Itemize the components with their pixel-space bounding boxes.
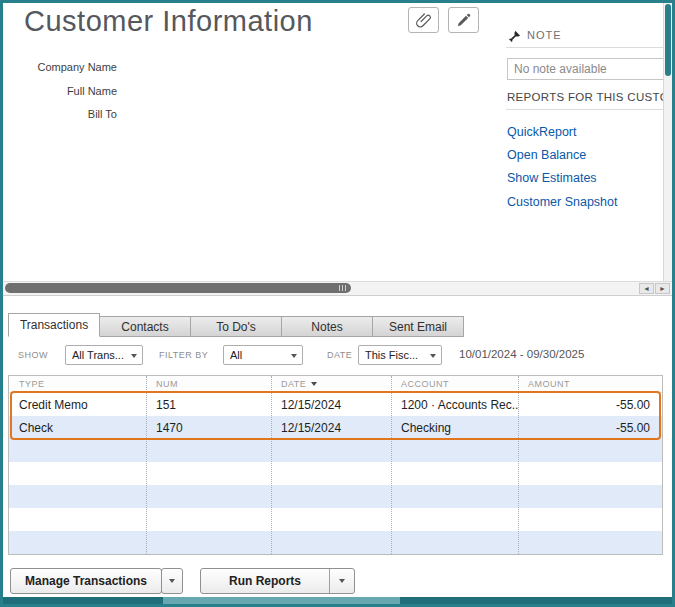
attach-button[interactable]	[408, 7, 439, 33]
tab-transactions[interactable]: Transactions	[8, 313, 100, 337]
bottom-scrollbar[interactable]	[3, 597, 672, 604]
scroll-right-button[interactable]: ►	[655, 283, 670, 294]
cell-account: Checking	[391, 416, 518, 439]
col-header-num[interactable]: NUM	[146, 376, 271, 392]
date-dropdown[interactable]: This Fisc...	[358, 345, 442, 365]
empty-row	[9, 439, 662, 462]
pushpin-icon	[508, 29, 521, 47]
note-heading: NOTE	[527, 29, 562, 41]
manage-transactions-arrow-button[interactable]	[161, 568, 183, 594]
open-balance-link[interactable]: Open Balance	[507, 148, 586, 162]
manage-transactions-button[interactable]: Manage Transactions	[10, 568, 162, 594]
vertical-scrollbar-thumb[interactable]	[665, 4, 671, 76]
horizontal-scrollbar-thumb[interactable]	[5, 283, 351, 293]
run-reports-label: Run Reports	[201, 569, 329, 593]
customer-information-window: Customer Information Company Name Full N…	[0, 0, 675, 607]
scroll-left-button[interactable]: ◄	[639, 283, 654, 294]
vertical-scrollbar[interactable]	[663, 3, 672, 281]
customer-info-panel: Customer Information Company Name Full N…	[3, 3, 663, 281]
paperclip-icon	[416, 12, 432, 28]
table-row[interactable]: Check 1470 12/15/2024 Checking -55.00	[9, 416, 662, 439]
sort-desc-icon	[311, 382, 317, 386]
cell-type: Check	[9, 416, 146, 439]
run-reports-arrow[interactable]	[329, 569, 354, 593]
empty-row	[9, 531, 662, 554]
filter-by-dropdown[interactable]: All	[223, 345, 303, 365]
transactions-table: TYPE NUM DATE ACCOUNT AMOUNT Credit Memo…	[8, 375, 663, 555]
manage-transactions-label: Manage Transactions	[25, 574, 147, 588]
date-range-text: 10/01/2024 - 09/30/2025	[459, 348, 584, 360]
chevron-down-icon	[131, 354, 137, 358]
scroll-left-icon: ◄	[643, 285, 650, 292]
cell-amount: -55.00	[518, 393, 660, 416]
pencil-icon	[456, 13, 471, 28]
col-header-date[interactable]: DATE	[271, 376, 391, 392]
note-field[interactable]: No note available	[507, 58, 663, 80]
scroll-right-icon: ►	[659, 285, 666, 292]
tab-todos[interactable]: To Do's	[190, 316, 282, 337]
cell-type: Credit Memo	[9, 393, 146, 416]
chevron-down-icon	[339, 579, 345, 583]
page-title: Customer Information	[24, 5, 313, 38]
bill-to-label: Bill To	[3, 108, 117, 120]
col-header-type[interactable]: TYPE	[9, 376, 146, 392]
date-dropdown-value: This Fisc...	[365, 349, 418, 361]
cell-date: 12/15/2024	[271, 393, 391, 416]
note-divider	[506, 47, 663, 48]
empty-row	[9, 462, 662, 485]
col-header-account[interactable]: ACCOUNT	[391, 376, 518, 392]
tab-notes[interactable]: Notes	[281, 316, 373, 337]
filter-by-label: FILTER BY	[159, 350, 208, 360]
reports-divider	[506, 109, 663, 110]
empty-row	[9, 508, 662, 531]
show-estimates-link[interactable]: Show Estimates	[507, 171, 597, 185]
cell-date: 12/15/2024	[271, 416, 391, 439]
customer-snapshot-link[interactable]: Customer Snapshot	[507, 195, 617, 209]
date-label: DATE	[327, 350, 352, 360]
tab-contacts[interactable]: Contacts	[99, 316, 191, 337]
cell-account: 1200 · Accounts Rec...	[391, 393, 518, 416]
edit-button[interactable]	[448, 7, 479, 33]
chevron-down-icon	[169, 579, 175, 583]
quickreport-link[interactable]: QuickReport	[507, 125, 576, 139]
show-dropdown[interactable]: All Trans...	[65, 345, 143, 365]
chevron-down-icon	[430, 354, 436, 358]
scrollbar-grip	[339, 285, 346, 291]
reports-heading: REPORTS FOR THIS CUSTO	[507, 91, 663, 103]
cell-num: 151	[146, 393, 271, 416]
table-header-row: TYPE NUM DATE ACCOUNT AMOUNT	[9, 376, 662, 393]
full-name-label: Full Name	[3, 85, 117, 97]
show-dropdown-value: All Trans...	[72, 349, 124, 361]
show-label: SHOW	[18, 350, 48, 360]
empty-row	[9, 485, 662, 508]
bottom-scrollbar-thumb[interactable]	[163, 597, 400, 604]
tab-sent-email[interactable]: Sent Email	[372, 316, 464, 337]
col-header-amount[interactable]: AMOUNT	[518, 376, 660, 392]
chevron-down-icon	[291, 354, 297, 358]
horizontal-scrollbar[interactable]: ◄ ►	[3, 281, 672, 296]
transaction-tabs: Transactions Contacts To Do's Notes Sent…	[8, 313, 464, 337]
run-reports-button[interactable]: Run Reports	[200, 568, 355, 594]
cell-num: 1470	[146, 416, 271, 439]
cell-amount: -55.00	[518, 416, 660, 439]
filter-by-dropdown-value: All	[230, 349, 242, 361]
table-row[interactable]: Credit Memo 151 12/15/2024 1200 · Accoun…	[9, 393, 662, 416]
company-name-label: Company Name	[3, 61, 117, 73]
